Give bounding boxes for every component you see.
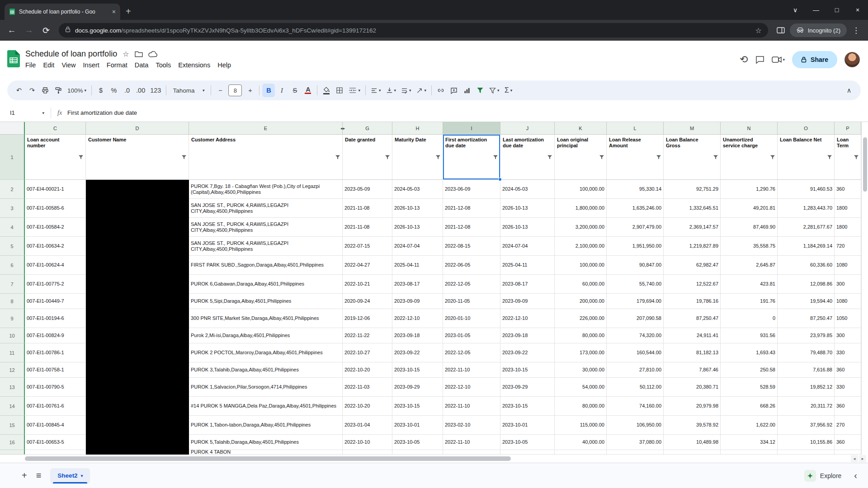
- cell-C15[interactable]: 007-EI1-00845-4: [25, 416, 86, 435]
- header-cell-J1[interactable]: Last amortization due date: [500, 135, 555, 180]
- header-cell-E1[interactable]: Customer Address: [189, 135, 343, 180]
- cell-D16[interactable]: [86, 435, 189, 450]
- version-history-icon[interactable]: ⟲: [740, 54, 748, 66]
- collapse-toolbar-icon[interactable]: ∧: [843, 84, 855, 97]
- cell-L15[interactable]: 106,950.00: [607, 416, 664, 435]
- row-header-5[interactable]: 5: [0, 237, 25, 256]
- cell-I6[interactable]: 2022-06-05: [443, 256, 500, 275]
- cell-C13[interactable]: 007-EI1-00790-5: [25, 378, 86, 397]
- refresh-icon[interactable]: ⟳: [38, 22, 54, 38]
- header-cell-M1[interactable]: Loan Balance Gross: [664, 135, 721, 180]
- strikethrough-button[interactable]: S: [288, 84, 301, 97]
- cell-L8[interactable]: 179,694.00: [607, 294, 664, 309]
- cell-M13[interactable]: 20,380.71: [664, 378, 721, 397]
- header-cell-O1[interactable]: Loan Balance Net: [778, 135, 835, 180]
- cell-M17[interactable]: [664, 450, 721, 455]
- menu-tools[interactable]: Tools: [152, 60, 175, 70]
- name-box[interactable]: I1 ▾: [5, 109, 47, 116]
- cell-L12[interactable]: 27,810.00: [607, 362, 664, 378]
- vertical-scrollbar[interactable]: [861, 122, 868, 455]
- column-header-I[interactable]: I: [443, 122, 500, 135]
- move-folder-icon[interactable]: [135, 51, 143, 57]
- cell-D8[interactable]: [86, 294, 189, 309]
- column-header-C[interactable]: C: [25, 122, 86, 135]
- cell-K13[interactable]: 54,000.00: [555, 378, 607, 397]
- paint-format-icon[interactable]: [52, 84, 65, 97]
- unhide-left-icon[interactable]: ◂: [340, 126, 343, 131]
- filter-views-button[interactable]: ▾: [487, 84, 502, 97]
- cell-M2[interactable]: 92,751.29: [664, 180, 721, 199]
- header-cell-K1[interactable]: Loan original principal: [555, 135, 607, 180]
- cell-H15[interactable]: 2023-10-01: [392, 416, 443, 435]
- cell-E7[interactable]: PUROK 6,Gabawan,Daraga,Albay,4501,Philip…: [189, 275, 343, 294]
- cell-K10[interactable]: 80,000.00: [555, 328, 607, 343]
- cell-L5[interactable]: 1,951,950.00: [607, 237, 664, 256]
- menu-edit[interactable]: Edit: [39, 60, 58, 70]
- filter-icon[interactable]: [827, 155, 832, 160]
- insert-chart-icon[interactable]: [461, 84, 473, 97]
- column-header-M[interactable]: M: [664, 122, 721, 135]
- cell-D5[interactable]: [86, 237, 189, 256]
- row-header-13[interactable]: 13: [0, 378, 25, 397]
- cell-C8[interactable]: 007-EI1-00449-7: [25, 294, 86, 309]
- cell-L2[interactable]: 95,330.14: [607, 180, 664, 199]
- row-header-15[interactable]: 15: [0, 416, 25, 435]
- cell-G8[interactable]: 2020-09-24: [343, 294, 392, 309]
- add-sheet-icon[interactable]: +: [22, 470, 27, 481]
- cell-J9[interactable]: 2022-12-10: [500, 309, 555, 328]
- cell-I16[interactable]: 2022-11-10: [443, 435, 500, 450]
- column-header-E[interactable]: E: [189, 122, 343, 135]
- avatar[interactable]: [844, 52, 860, 67]
- bold-button[interactable]: B: [262, 84, 275, 97]
- increase-decimal-button[interactable]: .00: [134, 84, 147, 97]
- cell-D9[interactable]: [86, 309, 189, 328]
- row-header-10[interactable]: 10: [0, 328, 25, 343]
- filter-icon[interactable]: [181, 155, 187, 160]
- cell-P5[interactable]: 720: [835, 237, 861, 256]
- cell-E11[interactable]: PUROK 2 POCTOL,Maroroy,Daraga,Albay,4501…: [189, 343, 343, 362]
- row-header-16[interactable]: 16: [0, 435, 25, 450]
- cell-P17[interactable]: [835, 450, 861, 455]
- cell-C9[interactable]: 007-EI1-00194-6: [25, 309, 86, 328]
- cell-N12[interactable]: 250.58: [721, 362, 778, 378]
- insert-comment-icon[interactable]: [448, 84, 460, 97]
- cell-H4[interactable]: 2026-10-13: [392, 218, 443, 237]
- header-cell-L1[interactable]: Loan Release Amount: [607, 135, 664, 180]
- cell-D3[interactable]: [86, 199, 189, 218]
- cell-I17[interactable]: [443, 450, 500, 455]
- filter-icon[interactable]: [385, 155, 390, 160]
- cell-G3[interactable]: 2021-11-08: [343, 199, 392, 218]
- cell-D4[interactable]: [86, 218, 189, 237]
- cell-I3[interactable]: 2021-12-08: [443, 199, 500, 218]
- row-header-7[interactable]: 7: [0, 275, 25, 294]
- cell-E12[interactable]: PUROK 3,Talahib,Daraga,Albay,4501,Philip…: [189, 362, 343, 378]
- cell-J14[interactable]: 2023-10-15: [500, 397, 555, 416]
- header-cell-G1[interactable]: Date granted: [343, 135, 392, 180]
- formula-input[interactable]: First amortization due date: [67, 109, 137, 116]
- cell-M15[interactable]: 39,578.92: [664, 416, 721, 435]
- cell-O6[interactable]: 60,336.60: [778, 256, 835, 275]
- cell-N15[interactable]: 1,622.00: [721, 416, 778, 435]
- cell-C4[interactable]: 007-EI1-00584-2: [25, 218, 86, 237]
- cell-M11[interactable]: 81,182.13: [664, 343, 721, 362]
- menu-format[interactable]: Format: [103, 60, 131, 70]
- cell-K9[interactable]: 226,000.00: [555, 309, 607, 328]
- cell-P9[interactable]: 1050: [835, 309, 861, 328]
- cell-G14[interactable]: 2022-10-20: [343, 397, 392, 416]
- cell-O3[interactable]: 1,283,443.70: [778, 199, 835, 218]
- cell-O11[interactable]: 79,488.70: [778, 343, 835, 362]
- horizontal-scrollbar-thumb[interactable]: [25, 456, 511, 461]
- cell-E15[interactable]: PUROK 1,Tabon-tabon,Daraga,Albay,4501,Ph…: [189, 416, 343, 435]
- cell-N9[interactable]: 0: [721, 309, 778, 328]
- explore-button[interactable]: Explore: [804, 470, 841, 482]
- cell-G12[interactable]: 2022-10-20: [343, 362, 392, 378]
- document-title[interactable]: Schedule of loan portfolio: [25, 49, 117, 59]
- cell-N13[interactable]: 528.59: [721, 378, 778, 397]
- menu-view[interactable]: View: [58, 60, 79, 70]
- column-header-D[interactable]: D: [86, 122, 189, 135]
- cell-C5[interactable]: 007-EI1-00634-2: [25, 237, 86, 256]
- column-header-G[interactable]: G: [343, 122, 392, 135]
- cell-K12[interactable]: 30,000.00: [555, 362, 607, 378]
- vertical-scrollbar-thumb[interactable]: [863, 137, 867, 192]
- filter-icon[interactable]: [656, 155, 661, 160]
